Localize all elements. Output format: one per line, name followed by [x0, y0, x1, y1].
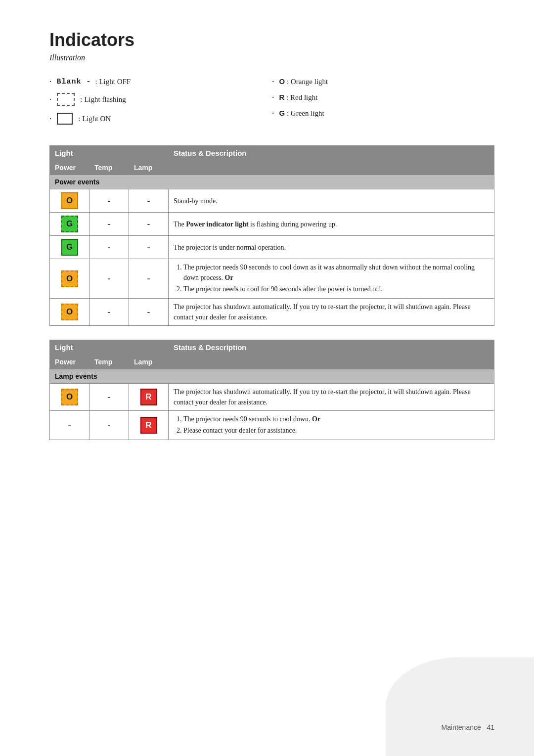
- temp-indicator: -: [89, 236, 129, 259]
- col-lamp: Lamp: [129, 161, 169, 175]
- legend-solid-label: : Light ON: [77, 115, 111, 123]
- led-orange-dashed: O: [61, 270, 78, 287]
- temp-indicator: -: [89, 411, 129, 440]
- dash: -: [108, 307, 111, 317]
- table-row: - - R The projector needs 90 seconds to …: [50, 411, 494, 440]
- footer-label: Maintenance: [442, 723, 481, 731]
- section-power-events: Power events: [50, 175, 494, 189]
- led-orange-dashed: O: [61, 304, 78, 320]
- legend-dashed-label: : Light flashing: [79, 95, 126, 104]
- led-red-solid: R: [140, 389, 157, 405]
- col-power: Power: [50, 161, 89, 175]
- bullet: ·: [272, 109, 274, 118]
- table-lamp-events: Light Status & Description Power Temp La…: [49, 340, 494, 440]
- legend-left: · Blank - : Light OFF · : Light flashing…: [49, 77, 272, 132]
- led-green-dashed: G: [61, 216, 78, 232]
- dash: -: [147, 219, 150, 229]
- dashed-box-icon: [57, 93, 75, 106]
- temp-indicator: -: [89, 189, 129, 213]
- status-desc: The Power indicator light is flashing du…: [169, 213, 494, 236]
- lamp-indicator: -: [129, 213, 169, 236]
- col-status-empty: [169, 355, 494, 369]
- page: Indicators Illustration · Blank - : Ligh…: [0, 0, 534, 756]
- power-indicator: O: [50, 299, 89, 326]
- led-orange-solid: O: [61, 192, 78, 209]
- section-lamp-events: Lamp events: [50, 369, 494, 384]
- legend-orange-label: O : Orange light: [279, 77, 328, 86]
- table-row: O - - The projector has shutdown automat…: [50, 299, 494, 326]
- legend-red-label: R : Red light: [279, 93, 318, 102]
- status-desc: Stand-by mode.: [169, 189, 494, 213]
- table-row: G - - The projector is under normal oper…: [50, 236, 494, 259]
- power-indicator: O: [50, 384, 89, 411]
- table-power-events: Light Status & Description Power Temp La…: [49, 145, 494, 326]
- col-lamp: Lamp: [129, 355, 169, 369]
- lamp-indicator: R: [129, 411, 169, 440]
- power-indicator: O: [50, 259, 89, 299]
- legend-item-blank: · Blank - : Light OFF: [49, 77, 272, 86]
- temp-indicator: -: [89, 213, 129, 236]
- blank-icon: Blank -: [57, 78, 91, 86]
- bullet: ·: [49, 114, 52, 123]
- lamp-indicator: -: [129, 189, 169, 213]
- table-row: O - - Stand-by mode.: [50, 189, 494, 213]
- col-temp: Temp: [89, 355, 129, 369]
- footer-page: 41: [487, 723, 494, 731]
- led-green-solid: G: [61, 239, 78, 256]
- lamp-indicator: R: [129, 384, 169, 411]
- legend: · Blank - : Light OFF · : Light flashing…: [49, 77, 494, 132]
- bullet: ·: [49, 77, 52, 86]
- legend-item-red: · R : Red light: [272, 93, 494, 102]
- bullet: ·: [272, 77, 274, 86]
- legend-item-orange: · O : Orange light: [272, 77, 494, 86]
- lamp-indicator: -: [129, 236, 169, 259]
- table-row: G - - The Power indicator light is flash…: [50, 213, 494, 236]
- legend-right: · O : Orange light · R : Red light · G :…: [272, 77, 494, 132]
- table-row: O - R The projector has shutdown automat…: [50, 384, 494, 411]
- dash: -: [68, 420, 71, 430]
- footer-decoration: [386, 657, 534, 756]
- power-indicator: -: [50, 411, 89, 440]
- lamp-indicator: -: [129, 299, 169, 326]
- legend-item-dashed: · : Light flashing: [49, 93, 272, 106]
- status-desc: The projector needs 90 seconds to cool d…: [169, 259, 494, 299]
- lamp-indicator: -: [129, 259, 169, 299]
- dash: -: [108, 219, 111, 229]
- bullet: ·: [272, 93, 274, 102]
- col-status: Status & Description: [169, 146, 494, 161]
- dash: -: [147, 196, 150, 206]
- led-red-solid: R: [140, 417, 157, 434]
- dash: -: [108, 420, 111, 430]
- col-light: Light: [50, 146, 169, 161]
- col-light: Light: [50, 340, 169, 355]
- power-indicator: O: [50, 189, 89, 213]
- status-desc: The projector is under normal operation.: [169, 236, 494, 259]
- legend-green-label: G : Green light: [279, 109, 324, 118]
- col-power: Power: [50, 355, 89, 369]
- status-desc: The projector has shutdown automatically…: [169, 299, 494, 326]
- bullet: ·: [49, 95, 52, 104]
- legend-blank-label: : Light OFF: [95, 78, 131, 86]
- dash: -: [108, 392, 111, 402]
- temp-indicator: -: [89, 259, 129, 299]
- dash: -: [147, 242, 150, 252]
- legend-item-solid: · : Light ON: [49, 113, 272, 125]
- status-desc: The projector needs 90 seconds to cool d…: [169, 411, 494, 440]
- col-temp: Temp: [89, 161, 129, 175]
- solid-box-icon: [57, 113, 73, 125]
- dash: -: [147, 273, 150, 283]
- temp-indicator: -: [89, 299, 129, 326]
- page-title: Indicators: [49, 30, 494, 50]
- table-row: O - - The projector needs 90 seconds to …: [50, 259, 494, 299]
- temp-indicator: -: [89, 384, 129, 411]
- dash: -: [147, 307, 150, 317]
- power-indicator: G: [50, 236, 89, 259]
- status-desc: The projector has shutdown automatically…: [169, 384, 494, 411]
- subtitle: Illustration: [49, 53, 494, 62]
- footer: Maintenance 41: [442, 723, 494, 731]
- col-status: Status & Description: [169, 340, 494, 355]
- col-status-empty: [169, 161, 494, 175]
- dash: -: [108, 242, 111, 252]
- legend-item-green: · G : Green light: [272, 109, 494, 118]
- led-orange-dashed: O: [61, 389, 78, 405]
